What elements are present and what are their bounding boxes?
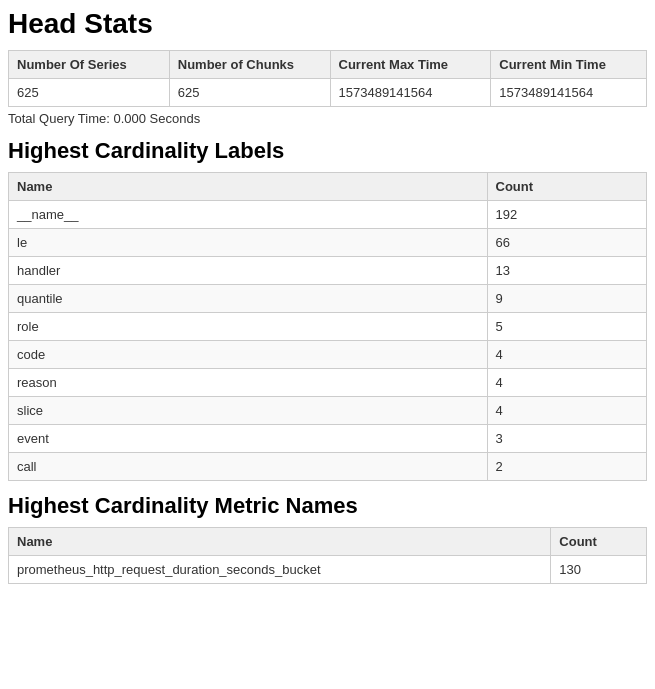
cardinality-labels-row: handler13	[9, 257, 647, 285]
cardinality-labels-row: role5	[9, 313, 647, 341]
cardinality-labels-row: __name__192	[9, 201, 647, 229]
cardinality-labels-name-cell: quantile	[9, 285, 488, 313]
head-stats-series-value: 625	[9, 79, 170, 107]
head-stats-max-time-value: 1573489141564	[330, 79, 491, 107]
query-time: Total Query Time: 0.000 Seconds	[8, 111, 647, 126]
cardinality-labels-col-count: Count	[487, 173, 647, 201]
cardinality-labels-count-cell: 13	[487, 257, 647, 285]
head-stats-col-chunks: Number of Chunks	[169, 51, 330, 79]
cardinality-labels-row: call2	[9, 453, 647, 481]
cardinality-labels-row: code4	[9, 341, 647, 369]
head-stats-min-time-value: 1573489141564	[491, 79, 647, 107]
cardinality-labels-name-cell: __name__	[9, 201, 488, 229]
cardinality-labels-title: Highest Cardinality Labels	[8, 138, 647, 164]
cardinality-labels-name-cell: le	[9, 229, 488, 257]
cardinality-labels-count-cell: 3	[487, 425, 647, 453]
head-stats-row: 625 625 1573489141564 1573489141564	[9, 79, 647, 107]
cardinality-labels-count-cell: 192	[487, 201, 647, 229]
cardinality-metrics-col-name: Name	[9, 528, 551, 556]
head-stats-col-series: Number Of Series	[9, 51, 170, 79]
cardinality-metrics-title: Highest Cardinality Metric Names	[8, 493, 647, 519]
cardinality-labels-count-cell: 66	[487, 229, 647, 257]
cardinality-labels-count-cell: 4	[487, 369, 647, 397]
cardinality-labels-name-cell: slice	[9, 397, 488, 425]
cardinality-labels-row: quantile9	[9, 285, 647, 313]
cardinality-labels-name-cell: reason	[9, 369, 488, 397]
cardinality-labels-name-cell: event	[9, 425, 488, 453]
head-stats-col-min-time: Current Min Time	[491, 51, 647, 79]
cardinality-labels-count-cell: 4	[487, 397, 647, 425]
cardinality-labels-count-cell: 5	[487, 313, 647, 341]
head-stats-title: Head Stats	[8, 8, 647, 40]
head-stats-table: Number Of Series Number of Chunks Curren…	[8, 50, 647, 107]
cardinality-labels-row: reason4	[9, 369, 647, 397]
cardinality-labels-col-name: Name	[9, 173, 488, 201]
cardinality-metrics-col-count: Count	[551, 528, 647, 556]
cardinality-labels-name-cell: role	[9, 313, 488, 341]
head-stats-chunks-value: 625	[169, 79, 330, 107]
cardinality-labels-count-cell: 2	[487, 453, 647, 481]
cardinality-metrics-table: Name Count prometheus_http_request_durat…	[8, 527, 647, 584]
cardinality-labels-row: event3	[9, 425, 647, 453]
cardinality-metrics-row: prometheus_http_request_duration_seconds…	[9, 556, 647, 584]
cardinality-labels-count-cell: 4	[487, 341, 647, 369]
cardinality-labels-count-cell: 9	[487, 285, 647, 313]
cardinality-labels-row: slice4	[9, 397, 647, 425]
cardinality-labels-table: Name Count __name__192le66handler13quant…	[8, 172, 647, 481]
cardinality-labels-name-cell: code	[9, 341, 488, 369]
cardinality-labels-name-cell: call	[9, 453, 488, 481]
cardinality-labels-name-cell: handler	[9, 257, 488, 285]
cardinality-labels-row: le66	[9, 229, 647, 257]
head-stats-col-max-time: Current Max Time	[330, 51, 491, 79]
cardinality-metrics-count-cell: 130	[551, 556, 647, 584]
cardinality-metrics-name-cell: prometheus_http_request_duration_seconds…	[9, 556, 551, 584]
